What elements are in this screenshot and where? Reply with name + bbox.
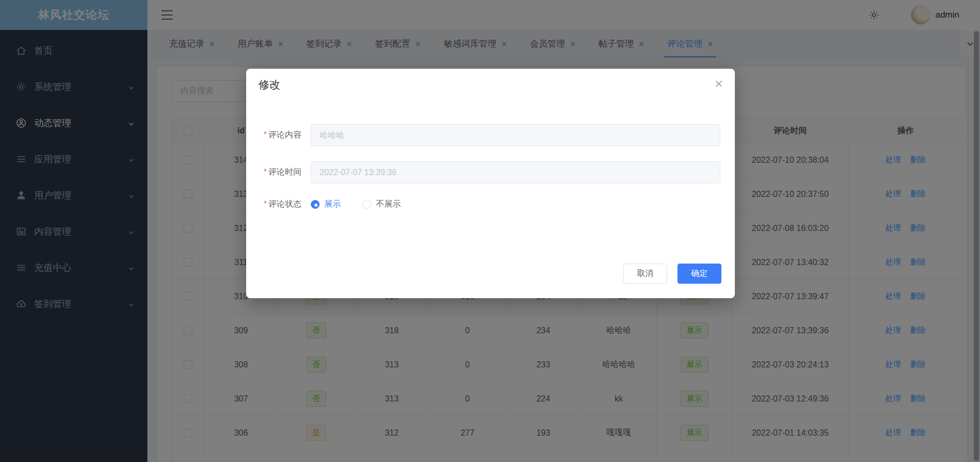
comment-status-label: *评论状态 (246, 199, 301, 210)
confirm-button[interactable]: 确定 (677, 264, 721, 284)
comment-status-row: *评论状态 展示不展示 (246, 199, 735, 210)
required-asterisk: * (264, 167, 267, 176)
dialog-footer: 取消 确定 (623, 264, 721, 284)
status-radio-group: 展示不展示 (311, 199, 423, 210)
comment-time-input[interactable] (311, 161, 720, 183)
comment-time-label: *评论时间 (246, 167, 301, 178)
radio-label: 不展示 (376, 199, 401, 210)
radio-dot-icon (311, 200, 320, 209)
edit-dialog: 修改 *评论内容 *评论时间 *评论状态 展示不展示 取消 确定 (246, 69, 735, 298)
radio-dot-icon (363, 200, 371, 209)
status-radio-checked[interactable]: 展示 (311, 199, 341, 210)
comment-content-label: *评论内容 (246, 130, 301, 141)
required-asterisk: * (264, 199, 267, 208)
dialog-title: 修改 (259, 78, 280, 92)
radio-label: 展示 (324, 199, 341, 210)
status-radio-unchecked[interactable]: 不展示 (363, 199, 401, 210)
cancel-button[interactable]: 取消 (623, 264, 667, 284)
required-asterisk: * (264, 130, 267, 139)
comment-content-row: *评论内容 (246, 124, 735, 146)
close-icon[interactable] (713, 78, 725, 89)
comment-content-input[interactable] (311, 124, 720, 146)
app-window: 林风社交论坛 首页系统管理动态管理应用管理用户管理内容管理充值中心签到管理 ad… (0, 0, 980, 462)
comment-time-row: *评论时间 (246, 161, 735, 183)
